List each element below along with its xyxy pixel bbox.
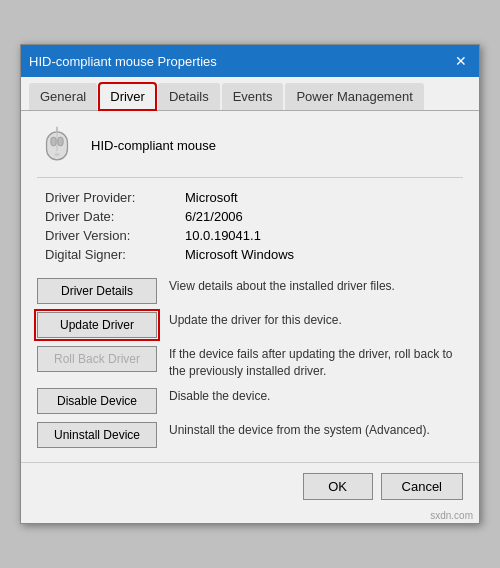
disable-device-desc: Disable the device.: [169, 388, 463, 405]
roll-back-row: Roll Back Driver If the device fails aft…: [37, 346, 463, 380]
update-driver-button[interactable]: Update Driver: [37, 312, 157, 338]
driver-details-row: Driver Details View details about the in…: [37, 278, 463, 304]
title-bar: HID-compliant mouse Properties ✕: [21, 45, 479, 77]
svg-rect-3: [58, 137, 63, 146]
cancel-button[interactable]: Cancel: [381, 473, 463, 500]
signer-value: Microsoft Windows: [185, 247, 463, 262]
version-label: Driver Version:: [45, 228, 185, 243]
disable-device-button[interactable]: Disable Device: [37, 388, 157, 414]
tab-driver[interactable]: Driver: [99, 83, 156, 110]
device-icon: [37, 125, 77, 165]
provider-value: Microsoft: [185, 190, 463, 205]
tab-details[interactable]: Details: [158, 83, 220, 110]
update-driver-desc: Update the driver for this device.: [169, 312, 463, 329]
device-name: HID-compliant mouse: [91, 138, 216, 153]
roll-back-driver-button[interactable]: Roll Back Driver: [37, 346, 157, 372]
tab-events[interactable]: Events: [222, 83, 284, 110]
svg-rect-2: [51, 137, 56, 146]
uninstall-device-button[interactable]: Uninstall Device: [37, 422, 157, 448]
tab-bar: General Driver Details Events Power Mana…: [21, 77, 479, 111]
uninstall-device-desc: Uninstall the device from the system (Ad…: [169, 422, 463, 439]
roll-back-desc: If the device fails after updating the d…: [169, 346, 463, 380]
window-title: HID-compliant mouse Properties: [29, 54, 217, 69]
tab-general[interactable]: General: [29, 83, 97, 110]
ok-button[interactable]: OK: [303, 473, 373, 500]
signer-label: Digital Signer:: [45, 247, 185, 262]
date-label: Driver Date:: [45, 209, 185, 224]
date-value: 6/21/2006: [185, 209, 463, 224]
driver-info: Driver Provider: Microsoft Driver Date: …: [37, 190, 463, 262]
update-driver-row: Update Driver Update the driver for this…: [37, 312, 463, 338]
svg-point-4: [54, 153, 59, 156]
provider-label: Driver Provider:: [45, 190, 185, 205]
driver-details-button[interactable]: Driver Details: [37, 278, 157, 304]
dialog-footer: OK Cancel: [21, 462, 479, 510]
properties-window: HID-compliant mouse Properties ✕ General…: [20, 44, 480, 524]
device-header: HID-compliant mouse: [37, 125, 463, 178]
action-buttons: Driver Details View details about the in…: [37, 278, 463, 448]
disable-device-row: Disable Device Disable the device.: [37, 388, 463, 414]
version-value: 10.0.19041.1: [185, 228, 463, 243]
driver-details-desc: View details about the installed driver …: [169, 278, 463, 295]
tab-content: HID-compliant mouse Driver Provider: Mic…: [21, 111, 479, 462]
watermark: sxdn.com: [21, 510, 479, 523]
uninstall-device-row: Uninstall Device Uninstall the device fr…: [37, 422, 463, 448]
tab-power-management[interactable]: Power Management: [285, 83, 423, 110]
close-button[interactable]: ✕: [451, 51, 471, 71]
